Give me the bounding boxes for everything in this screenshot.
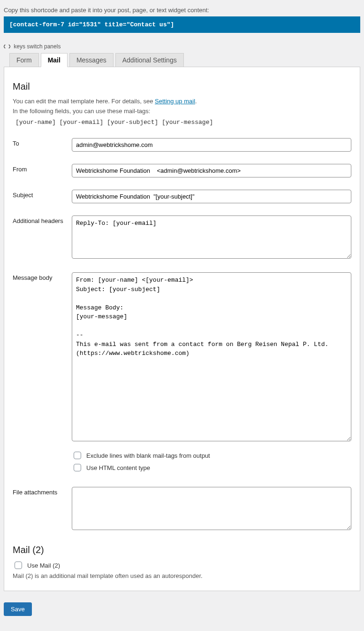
mail-intro-prefix: You can edit the mail template here. For… [13,98,155,105]
use-mail2-label[interactable]: Use Mail (2) [27,562,60,569]
message-body-label: Message body [13,272,72,475]
setting-up-mail-link[interactable]: Setting up mail [155,98,195,105]
mail2-section-title: Mail (2) [13,545,351,555]
keys-switch-text: keys switch panels [14,43,61,50]
file-attachments-input[interactable] [72,487,351,530]
use-html-checkbox[interactable] [74,464,81,471]
file-attachments-label: File attachments [13,487,72,531]
subject-input[interactable] [72,190,351,203]
from-input[interactable] [72,164,351,177]
subject-label: Subject [13,190,72,203]
use-html-label[interactable]: Use HTML content type [86,464,150,471]
arrows-icon [4,44,10,50]
from-label: From [13,164,72,177]
use-mail2-checkbox[interactable] [15,562,22,569]
tab-additional-settings[interactable]: Additional Settings [115,53,184,67]
tab-nav: Form Mail Messages Additional Settings [4,53,360,67]
mail2-hint: Mail (2) is an additional mail template … [13,572,351,579]
additional-headers-label: Additional headers [13,215,72,260]
mail-intro-suffix: . [195,98,197,105]
additional-headers-input[interactable] [72,215,351,259]
save-button[interactable]: Save [4,602,32,616]
tab-messages[interactable]: Messages [69,53,114,67]
message-body-input[interactable] [72,272,351,441]
keys-switch-hint: keys switch panels [4,43,360,50]
mail-intro2: In the following fields, you can use the… [13,108,150,115]
tab-mail[interactable]: Mail [41,53,68,67]
exclude-blank-checkbox[interactable] [74,452,81,459]
mail-tags-list: [your-name] [your-email] [your-subject] … [15,119,351,126]
mail-section-title: Mail [13,81,351,92]
mail-intro: You can edit the mail template here. For… [13,97,351,116]
to-input[interactable] [72,138,351,152]
exclude-blank-label[interactable]: Exclude lines with blank mail-tags from … [86,452,210,459]
shortcode-code[interactable]: [contact-form-7 id="1531" title="Contact… [4,16,360,33]
tab-form[interactable]: Form [9,53,39,67]
mail-panel: Mail You can edit the mail template here… [4,67,360,592]
to-label: To [13,138,72,152]
shortcode-instruction: Copy this shortcode and paste it into yo… [4,7,360,14]
